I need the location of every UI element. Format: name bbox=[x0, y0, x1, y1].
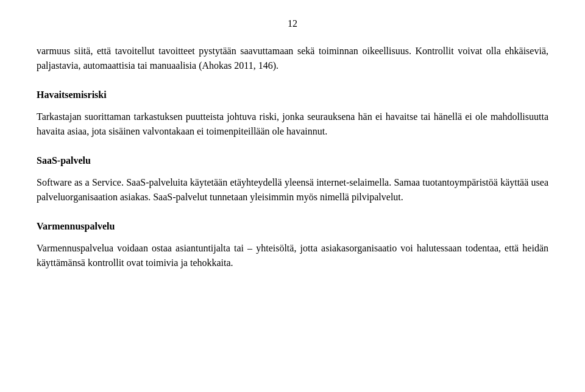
page-number: 12 bbox=[37, 18, 548, 29]
intro-paragraph: varmuus siitä, että tavoitellut tavoitte… bbox=[37, 44, 548, 73]
section-varmennuspalvelu: Varmennuspalvelu Varmennuspalvelua voida… bbox=[37, 219, 548, 270]
section-saas-palvelu: SaaS-palvelu Software as a Service. SaaS… bbox=[37, 153, 548, 205]
saas-palvelu-heading: SaaS-palvelu bbox=[37, 153, 548, 168]
varmennuspalvelu-text: Varmennuspalvelua voidaan ostaa asiantun… bbox=[37, 241, 548, 270]
havaitsemisriski-heading: Havaitsemisriski bbox=[37, 88, 548, 102]
havaitsemisriski-text: Tarkastajan suorittaman tarkastuksen puu… bbox=[37, 110, 548, 139]
varmennuspalvelu-heading: Varmennuspalvelu bbox=[37, 219, 548, 234]
saas-palvelu-text: Software as a Service. SaaS-palveluita k… bbox=[37, 175, 548, 205]
section-havaitsemisriski: Havaitsemisriski Tarkastajan suorittaman… bbox=[37, 88, 548, 139]
